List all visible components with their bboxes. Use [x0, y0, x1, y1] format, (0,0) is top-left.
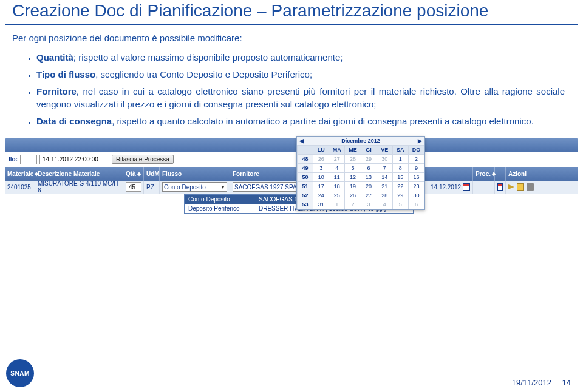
col-material[interactable]: Materiale — [7, 171, 33, 177]
cell-desc: MISURATORE G 4/110 MC/H 6 — [35, 181, 123, 194]
sort-icon[interactable]: ◆ — [137, 171, 141, 177]
cell-date: 14.12.2012 — [431, 184, 461, 191]
page-title: Creazione Doc di Pianificazione – Parame… — [5, 0, 578, 25]
calendar-popup[interactable]: ◀ Dicembre 2012 ▶ LUMAMEGIVESADO48262728… — [296, 136, 425, 210]
trash-icon[interactable] — [527, 183, 534, 191]
bullet-item: Tipo di flusso, scegliendo tra Conto Dep… — [36, 66, 565, 83]
bullet-text: ; rispetto al valore massimo disponibile… — [73, 52, 343, 63]
footer: SNAM 19/11/2012 14 — [0, 359, 583, 387]
col-supplier[interactable]: Fornitore — [233, 171, 259, 177]
chevron-down-icon: ▼ — [220, 184, 225, 190]
bullet-label: Tipo di flusso — [36, 69, 95, 79]
col-flow[interactable]: Flusso — [162, 171, 182, 177]
bullet-label: Fornitore — [36, 86, 77, 96]
cell-material: 2401025 — [5, 181, 35, 194]
qty-input[interactable] — [126, 182, 141, 192]
toolbar-strip — [5, 138, 578, 152]
calendar-month: Dicembre 2012 — [341, 138, 380, 144]
intro-text: Per ogni posizione del documento è possi… — [0, 33, 583, 49]
calendar-icon[interactable] — [497, 183, 503, 191]
col-proc[interactable]: Proc. — [476, 171, 491, 177]
bullet-item: Fornitore, nel caso in cui a catalogo el… — [36, 83, 565, 113]
bullet-label: Data di consegna — [36, 116, 112, 126]
timestamp-input[interactable] — [39, 155, 109, 164]
col-blank2 — [428, 167, 473, 181]
screenshot-mock: llo: Rilascia e Processa ◀ Dicembre 2012… — [5, 138, 578, 194]
bullet-item: Quantità; rispetto al valore massimo dis… — [36, 49, 565, 66]
control-row: llo: Rilascia e Processa — [5, 152, 578, 167]
col-udm[interactable]: UdM — [146, 171, 160, 177]
edit-icon[interactable] — [508, 184, 514, 189]
bullet-list: Quantità; rispetto al valore massimo dis… — [0, 49, 583, 130]
table-row: 2401025 MISURATORE G 4/110 MC/H 6 PZ Con… — [5, 181, 578, 194]
small-input[interactable] — [20, 155, 37, 164]
col-blank3 — [495, 167, 506, 181]
release-process-button[interactable]: Rilascia e Processa — [112, 155, 174, 164]
bullet-text: , rispetto a quanto calcolato in automat… — [112, 116, 534, 126]
dropdown-option[interactable]: Deposito Periferico — [185, 204, 255, 213]
cell-udm: PZ — [144, 181, 160, 194]
calendar-grid[interactable]: LUMAMEGIVESADO48262728293012493456789501… — [297, 145, 424, 209]
calendar-next-icon[interactable]: ▶ — [418, 138, 422, 144]
bullet-text: , nel caso in cui a catalogo elettronico… — [36, 86, 565, 110]
footer-date: 19/11/2012 — [512, 378, 551, 387]
col-qty[interactable]: Qtà — [126, 171, 136, 177]
bullet-item: Data di consegna, rispetto a quanto calc… — [36, 113, 565, 130]
label-llo: llo: — [9, 156, 18, 163]
cell-proc — [473, 181, 495, 194]
footer-page: 14 — [562, 378, 571, 387]
col-actions: Azioni — [508, 171, 527, 177]
flow-dropdown[interactable]: Conto Deposito▼ — [162, 182, 227, 192]
table-header: Materiale◆ Descrizione Materiale Qtà◆ Ud… — [5, 167, 578, 181]
dropdown-option[interactable]: Conto Deposito — [185, 195, 255, 204]
mail-icon[interactable] — [517, 183, 524, 191]
calendar-icon[interactable] — [463, 183, 470, 191]
brand-logo: SNAM — [6, 359, 34, 387]
calendar-prev-icon[interactable]: ◀ — [299, 138, 304, 144]
col-desc[interactable]: Descrizione Materiale — [38, 171, 100, 177]
bullet-text: , scegliendo tra Conto Deposito e Deposi… — [95, 69, 312, 79]
bullet-label: Quantità — [36, 52, 73, 63]
